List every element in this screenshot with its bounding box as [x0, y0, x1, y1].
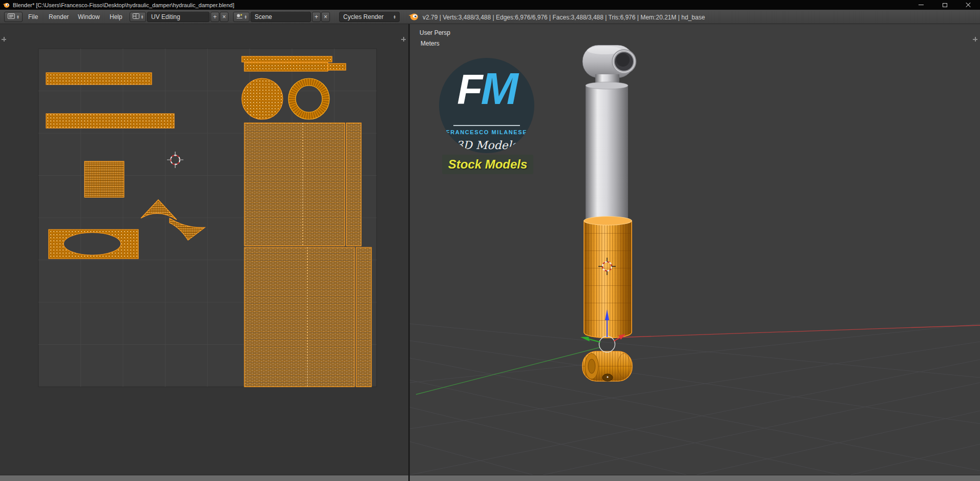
cross-icon: × — [222, 13, 226, 20]
window-title: Blender* [C:\Users\Francesco-Fisso\Deskt… — [13, 2, 234, 8]
screen-layout-browse-button[interactable]: ▴▾ — [130, 12, 146, 22]
uv-island-strip-top-3[interactable] — [328, 64, 346, 70]
dropdown-arrows-icon: ▴▾ — [141, 15, 143, 19]
region-expand-icon[interactable] — [972, 36, 978, 42]
menu-window[interactable]: Window — [78, 13, 100, 20]
close-icon — [965, 2, 971, 8]
editor-type-button[interactable]: ▴▾ — [4, 12, 23, 22]
uv-island-strip-top-2[interactable] — [244, 62, 328, 71]
viewport-header-strip — [410, 475, 980, 481]
uv-island-strip-top-1[interactable] — [242, 56, 332, 62]
cross-icon: × — [324, 13, 327, 20]
uv-image-editor[interactable] — [0, 24, 408, 481]
dropdown-arrows-icon: ▴▾ — [17, 15, 19, 19]
scene-stats: v2.79 | Verts:3,488/3,488 | Edges:6,976/… — [423, 14, 705, 21]
info-header: ▴▾ File Render Window Help ▴▾ UV Editing… — [0, 10, 980, 24]
uv-editor-header-strip — [0, 475, 408, 481]
region-expand-icon[interactable] — [401, 36, 406, 42]
scene-delete-button[interactable]: × — [321, 12, 330, 22]
hydraulic-damper-model[interactable] — [582, 45, 636, 381]
menu-help[interactable]: Help — [110, 13, 122, 20]
scene-browse-button[interactable]: ▴▾ — [233, 12, 249, 22]
menu-render[interactable]: Render — [49, 13, 69, 20]
screen-layout-field[interactable]: UV Editing — [147, 12, 210, 22]
minimize-button[interactable] — [909, 0, 933, 10]
uv-layout-canvas[interactable] — [0, 24, 408, 475]
watermark-author: FRANCESCO MILANESE — [439, 129, 534, 135]
uv-island-grid-square[interactable] — [85, 161, 124, 197]
plus-icon: + — [213, 13, 217, 20]
viewport-3d[interactable]: User Persp Meters FM FRANCESCO MILANESE … — [410, 24, 980, 481]
watermark-letter-f: F — [457, 66, 481, 113]
menu-file[interactable]: File — [28, 13, 38, 20]
dropdown-arrows-icon: ▴▾ — [393, 15, 395, 19]
watermark-initials: FM — [439, 65, 534, 125]
damper-upper-body[interactable] — [586, 82, 628, 221]
units-label: Meters — [421, 40, 440, 47]
blender-window: Blender* [C:\Users\Francesco-Fisso\Deskt… — [0, 0, 980, 481]
damper-bottom-eyelet[interactable] — [582, 351, 632, 381]
blender-logo-icon — [408, 12, 419, 21]
view-mode-label: User Persp — [420, 29, 450, 36]
scene-name-value: Scene — [255, 13, 272, 20]
maximize-button[interactable] — [933, 0, 956, 10]
watermark-badge: Stock Models — [442, 155, 533, 174]
watermark-divider — [453, 125, 520, 126]
scene-icon — [236, 13, 243, 20]
uv-island-strip-a[interactable] — [46, 73, 152, 85]
info-editor-icon — [8, 13, 15, 20]
titlebar: Blender* [C:\Users\Francesco-Fisso\Deskt… — [0, 0, 980, 10]
blender-app-icon — [3, 2, 10, 8]
screen-layout-icon — [133, 13, 139, 20]
maximize-icon — [943, 3, 947, 7]
minimize-icon — [919, 5, 924, 5]
uv-island-grid-large-lower[interactable] — [244, 247, 371, 387]
region-expand-icon[interactable] — [1, 36, 7, 42]
dropdown-arrows-icon: ▴▾ — [245, 15, 247, 19]
uv-island-disc[interactable] — [242, 78, 283, 119]
screen-layout-delete-button[interactable]: × — [220, 12, 228, 22]
scene-name-field[interactable]: Scene — [251, 12, 311, 22]
uv-island-strip-b[interactable] — [46, 114, 174, 128]
scene-add-button[interactable]: + — [312, 12, 321, 22]
watermark-letter-m: M — [481, 63, 516, 114]
damper-top-eyelet[interactable] — [582, 45, 636, 78]
screen-layout-add-button[interactable]: + — [211, 12, 219, 22]
render-engine-value: Cycles Render — [343, 13, 384, 20]
render-engine-select[interactable]: Cycles Render ▴▾ — [339, 12, 400, 22]
uv-island-grid-large-upper[interactable] — [244, 123, 361, 246]
main-area: User Persp Meters FM FRANCESCO MILANESE … — [0, 24, 980, 481]
screen-layout-value: UV Editing — [151, 13, 180, 20]
watermark-logo: FM FRANCESCO MILANESE 3D Models — [439, 58, 534, 153]
close-button[interactable] — [956, 0, 980, 10]
plus-icon: + — [315, 13, 318, 20]
window-controls — [909, 0, 980, 10]
